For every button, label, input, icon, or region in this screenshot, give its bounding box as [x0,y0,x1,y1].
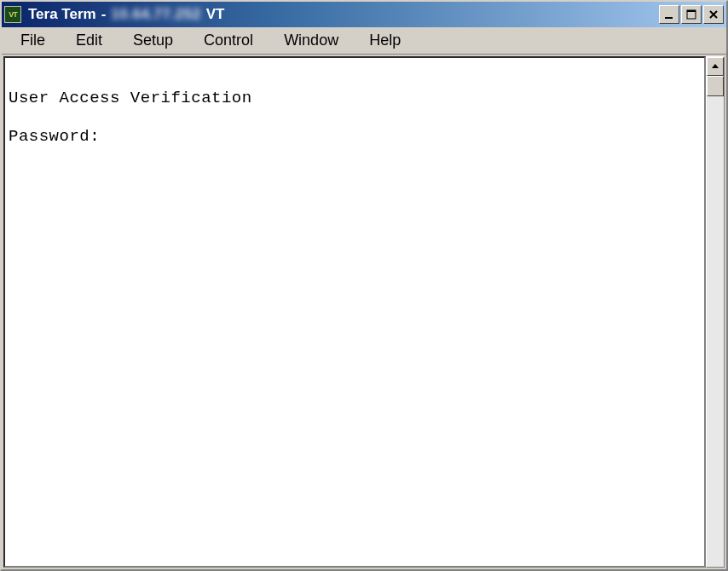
title-separator: - [101,6,107,23]
vertical-scrollbar [706,56,725,568]
menubar: File Edit Setup Control Window Help [2,27,726,55]
title-host: 10.64.77.252 [111,6,200,23]
client-area: User Access VerificationPassword: [2,55,726,569]
svg-rect-2 [687,10,696,12]
menu-window[interactable]: Window [269,28,354,53]
window-title: Tera Term - 10.64.77.252 VT [28,6,224,23]
close-button[interactable] [703,5,724,24]
scroll-track[interactable] [707,96,724,567]
terminal-line-password: Password: [9,125,701,148]
menu-edit[interactable]: Edit [61,28,118,53]
menu-setup[interactable]: Setup [118,28,188,53]
minimize-icon [664,9,674,20]
terminal-line-access: User Access Verification [9,87,701,110]
app-window: VT Tera Term - 10.64.77.252 VT File Edit… [0,0,728,571]
window-buttons [659,5,724,24]
svg-rect-0 [665,17,673,19]
terminal-output[interactable]: User Access VerificationPassword: [3,56,706,568]
close-icon [708,9,719,20]
app-icon-label: VT [9,10,17,19]
scroll-up-button[interactable] [707,57,724,76]
menu-help[interactable]: Help [354,28,416,53]
maximize-button[interactable] [681,5,702,24]
title-suffix: VT [206,6,225,23]
app-icon: VT [4,6,21,23]
titlebar: VT Tera Term - 10.64.77.252 VT [2,2,726,27]
chevron-up-icon [711,62,719,71]
title-app-name: Tera Term [28,6,96,23]
maximize-icon [686,9,696,20]
menu-control[interactable]: Control [188,28,269,53]
scroll-thumb[interactable] [707,76,724,96]
minimize-button[interactable] [659,5,679,24]
menu-file[interactable]: File [5,28,61,53]
